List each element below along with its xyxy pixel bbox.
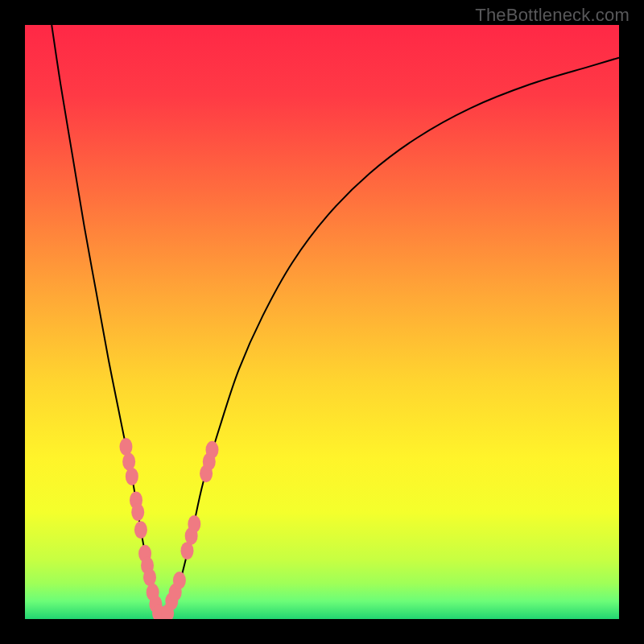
marker-point	[119, 438, 132, 456]
chart-frame: TheBottleneck.com	[0, 0, 644, 644]
plot-area	[25, 25, 619, 619]
marker-point	[126, 468, 138, 485]
data-markers	[119, 438, 218, 619]
marker-point	[134, 521, 147, 539]
marker-point	[122, 452, 135, 470]
marker-point	[143, 568, 156, 586]
marker-point	[173, 572, 186, 589]
curve-layer	[25, 25, 619, 619]
marker-point	[131, 503, 144, 521]
marker-point	[205, 441, 218, 459]
watermark-text: TheBottleneck.com	[475, 5, 630, 26]
marker-point	[188, 515, 200, 533]
